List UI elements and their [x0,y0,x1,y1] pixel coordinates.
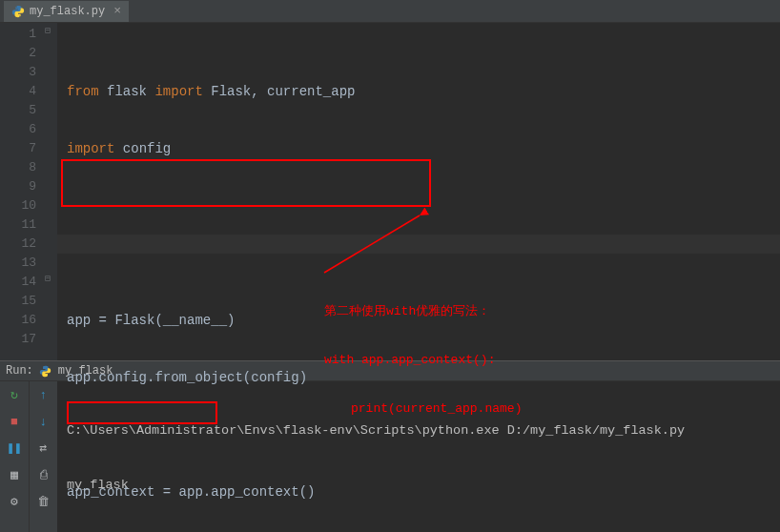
stop-button[interactable]: ■ [5,412,24,431]
tab-filename: my_flask.py [30,5,105,18]
fold-icon[interactable]: ⊟ [45,27,54,36]
run-toolbar-left: ↻ ■ ❚❚ ▦ ⚙ [0,381,29,532]
scroll-down-button[interactable]: ↓ [34,412,53,431]
cursor-line-highlight [57,235,780,254]
python-icon [11,5,25,18]
editor-tab-bar: my_flask.py × [0,0,780,23]
settings-button[interactable]: ⚙ [5,492,24,511]
print-button[interactable]: ⎙ [34,465,53,484]
close-icon[interactable]: × [113,4,121,18]
line-gutter: 123 456 789 101112 131415 1617 [0,23,44,360]
pause-button[interactable]: ❚❚ [5,439,24,458]
scroll-up-button[interactable]: ↑ [34,385,53,404]
run-title: Run: [6,364,33,378]
run-toolbar-right: ↑ ↓ ⇄ ⎙ 🗑 [29,381,57,532]
fold-column: ⊟ ⊟ [44,23,57,360]
python-icon [39,364,52,378]
rerun-button[interactable]: ↻ [5,385,24,404]
file-tab[interactable]: my_flask.py × [4,1,129,22]
trash-button[interactable]: 🗑 [34,492,53,511]
soft-wrap-button[interactable]: ⇄ [34,439,53,458]
annotation-text: 第二种使用with优雅的写法： with app.app_context(): … [324,271,522,433]
layout-button[interactable]: ▦ [5,465,24,484]
fold-icon[interactable]: ⊟ [45,275,54,284]
